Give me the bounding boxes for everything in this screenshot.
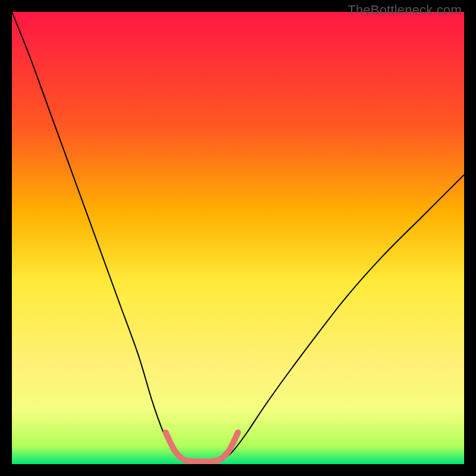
watermark-text: TheBottleneck.com [347,2,462,18]
gradient-background [12,12,464,464]
chart-frame: TheBottleneck.com [0,0,476,476]
plot-area [12,12,464,464]
chart-svg [12,12,464,464]
